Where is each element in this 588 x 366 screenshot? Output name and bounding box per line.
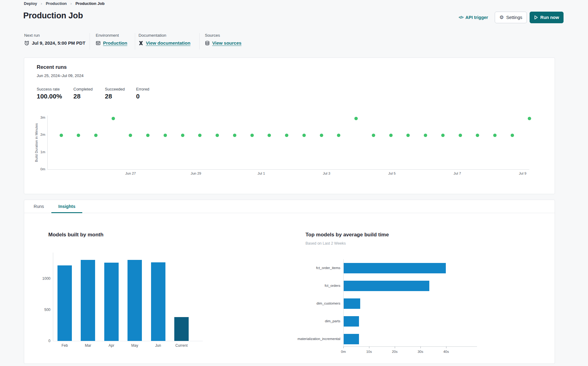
stat-value: 28 [105, 93, 125, 100]
meta-label: Documentation [139, 33, 190, 38]
environment-icon [96, 41, 101, 46]
stat-completed: Completed 28 [73, 87, 93, 100]
chevron-right-icon: › [41, 1, 42, 6]
recent-runs-date-range: Jun 25, 2024–Jul 09, 2024 [37, 73, 83, 78]
recent-runs-card [24, 57, 555, 194]
breadcrumb-deploy[interactable]: Deploy [24, 1, 37, 6]
header-actions: </> API trigger ⚙ Settings Run now [459, 12, 564, 23]
breadcrumb-production[interactable]: Production [46, 1, 67, 6]
stat-value: 28 [73, 93, 93, 100]
meta-documentation: Documentation View documentation [139, 33, 190, 46]
top-models-title: Top models by average build time [305, 232, 389, 238]
production-job-page: Deploy › Production › Production Job Pro… [0, 0, 588, 366]
breadcrumb: Deploy › Production › Production Job [24, 1, 105, 6]
top-models-subtitle: Based on Last 2 Weeks [305, 241, 346, 246]
dbt-docs-icon [139, 41, 143, 46]
tab-insights[interactable]: Insights [51, 200, 83, 213]
gear-icon: ⚙ [499, 15, 504, 20]
environment-link[interactable]: Production [103, 40, 127, 46]
recent-runs-title: Recent runs [37, 64, 67, 70]
divider [135, 33, 135, 50]
view-sources-link[interactable]: View sources [212, 40, 242, 46]
stat-label: Errored [136, 87, 149, 91]
divider [90, 33, 90, 50]
page-title: Production Job [23, 11, 83, 20]
meta-label: Sources [205, 33, 242, 38]
stat-value: 100.00% [37, 93, 62, 100]
meta-environment: Environment Production [96, 33, 127, 46]
breadcrumb-current: Production Job [76, 1, 105, 6]
stat-errored: Errored 0 [136, 87, 149, 100]
meta-sources: Sources View sources [205, 33, 242, 46]
stat-label: Success rate [37, 87, 62, 91]
tab-runs[interactable]: Runs [29, 200, 48, 213]
code-icon: </> [459, 15, 463, 20]
scatter-y-axis-title: Build Duration in Minutes [34, 116, 39, 169]
stat-success-rate: Success rate 100.00% [37, 87, 62, 100]
stat-label: Succeeded [105, 87, 125, 91]
stat-label: Completed [73, 87, 93, 91]
stat-succeeded: Succeeded 28 [105, 87, 125, 100]
settings-button[interactable]: ⚙ Settings [495, 12, 527, 23]
api-trigger-label: API trigger [465, 15, 488, 20]
models-by-month-title: Models built by month [48, 232, 103, 238]
tab-bar: Runs Insights [24, 200, 555, 213]
alarm-clock-icon [24, 40, 29, 46]
run-now-button[interactable]: Run now [530, 12, 564, 23]
stat-value: 0 [136, 93, 149, 100]
divider [199, 33, 200, 50]
chevron-right-icon: › [70, 1, 72, 6]
play-icon [534, 15, 538, 20]
meta-next-run: Next run Jul 9, 2024, 5:00 PM PDT [24, 33, 85, 46]
run-now-label: Run now [540, 15, 559, 20]
api-trigger-link[interactable]: </> API trigger [459, 15, 488, 20]
meta-label: Next run [24, 33, 85, 38]
view-documentation-link[interactable]: View documentation [146, 40, 190, 46]
settings-label: Settings [506, 15, 522, 20]
next-run-value: Jul 9, 2024, 5:00 PM PDT [32, 40, 85, 46]
insights-panel-card [24, 200, 555, 364]
meta-label: Environment [96, 33, 127, 38]
database-icon [205, 41, 210, 46]
